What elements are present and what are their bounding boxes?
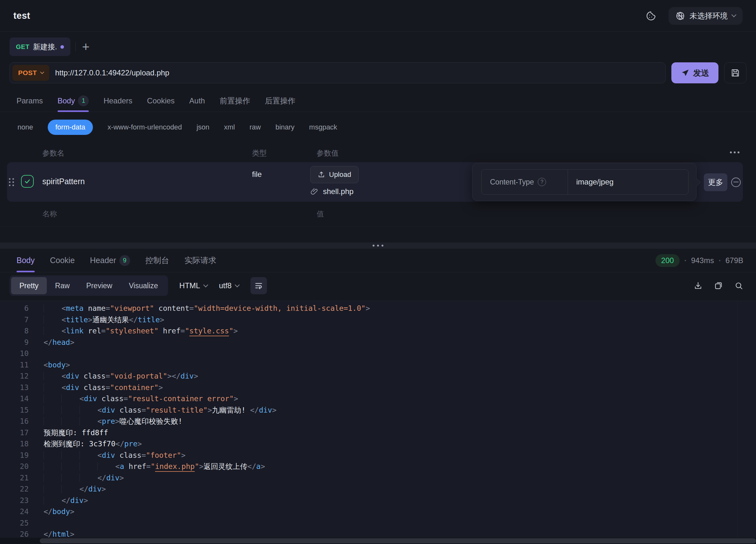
upload-label: Upload <box>329 171 351 179</box>
paper-plane-icon <box>681 69 689 77</box>
code-line: 13 <div class="container"> <box>0 382 756 394</box>
response-toolbar: Pretty Raw Preview Visualize HTML utf8 <box>10 275 743 296</box>
row-enabled-checkbox[interactable] <box>21 175 34 188</box>
header-count-badge: 9 <box>119 255 130 266</box>
code-line: 25 <box>0 518 756 529</box>
tab-console[interactable]: 控制台 <box>145 249 169 272</box>
code-line: 26</html> <box>0 529 756 538</box>
horizontal-scrollbar-thumb[interactable] <box>40 538 756 543</box>
view-mode-switch: Pretty Raw Preview Visualize <box>10 275 168 296</box>
code-line: 16 <pre>噬心魔印校验失败! <box>0 416 756 427</box>
chevron-down-icon <box>40 70 44 74</box>
send-button[interactable]: 发送 <box>671 62 718 83</box>
content-type-input[interactable]: image/jpeg <box>568 170 688 194</box>
page-title: test <box>13 10 30 21</box>
param-name-input[interactable]: 名称 <box>42 209 57 219</box>
code-line: 24</body> <box>0 506 756 518</box>
tab-response-body[interactable]: Body <box>17 249 35 272</box>
table-empty-row: 名称 值 <box>0 205 756 223</box>
environment-selector[interactable]: 未选择环境 <box>669 7 743 25</box>
drag-handle-icon[interactable] <box>9 178 14 186</box>
response-duration: 943ms <box>691 256 714 265</box>
code-line: 19 <div class="footer"> <box>0 450 756 461</box>
tab-headers[interactable]: Headers <box>103 90 132 112</box>
top-bar: test 未选择环境 <box>0 0 756 32</box>
code-line: 14 <div class="result-container error"> <box>0 393 756 405</box>
add-tab-button[interactable]: + <box>82 40 89 53</box>
word-wrap-icon <box>254 281 263 290</box>
tab-response-header[interactable]: Header 9 <box>90 249 130 272</box>
code-line: 11<body> <box>0 359 756 371</box>
request-tab-strip: GET 新建接. + <box>0 32 756 61</box>
code-line: 6 <meta name="viewport" content="width=d… <box>0 303 756 314</box>
code-line: 10 <box>0 348 756 359</box>
request-tab[interactable]: GET 新建接. <box>10 38 70 56</box>
attached-file[interactable]: shell.php <box>310 187 353 196</box>
view-mode-pretty[interactable]: Pretty <box>11 277 47 294</box>
code-lines: 6 <meta name="viewport" content="width=d… <box>0 303 756 538</box>
paperclip-icon <box>310 187 319 196</box>
code-line: 8 <link rel="stylesheet" href="style.css… <box>0 325 756 337</box>
panel-resize-handle[interactable] <box>0 242 756 249</box>
search-icon[interactable] <box>734 281 743 290</box>
copy-icon[interactable] <box>714 281 723 290</box>
environment-label: 未选择环境 <box>689 11 728 21</box>
save-button[interactable] <box>724 62 746 83</box>
chevron-down-icon <box>235 282 240 287</box>
tab-post-actions[interactable]: 后置操作 <box>265 90 295 112</box>
request-tab-method: GET <box>16 43 30 51</box>
code-line: 15 <div class="result-title">九幽雷劫! </div… <box>0 405 756 416</box>
body-count-badge: 1 <box>78 95 89 106</box>
cookie-icon[interactable] <box>646 10 656 21</box>
param-type-value[interactable]: file <box>252 170 262 179</box>
tab-pre-actions[interactable]: 前置操作 <box>220 90 250 112</box>
globe-off-icon <box>675 11 685 21</box>
view-mode-raw[interactable]: Raw <box>47 277 78 294</box>
method-dropdown[interactable]: POST <box>12 65 49 81</box>
column-param-value: 参数值 <box>317 148 339 158</box>
table-more-icon[interactable] <box>730 151 739 153</box>
tab-actual-request[interactable]: 实际请求 <box>185 249 216 272</box>
params-table-header: 参数名 类型 参数值 <box>0 146 756 161</box>
tab-body[interactable]: Body 1 <box>58 90 89 112</box>
word-wrap-button[interactable] <box>250 277 267 294</box>
body-type-urlencoded[interactable]: x-www-form-urlencoded <box>108 123 182 131</box>
body-type-selector: none form-data x-www-form-urlencoded jso… <box>0 117 756 137</box>
upload-icon <box>318 171 325 178</box>
code-line: 18检测到魔印: 3c3f70</pre> <box>0 438 756 450</box>
tab-auth[interactable]: Auth <box>189 90 205 112</box>
help-icon[interactable]: ? <box>538 178 546 186</box>
view-mode-preview[interactable]: Preview <box>78 277 121 294</box>
view-mode-visualize[interactable]: Visualize <box>121 277 166 294</box>
status-badge: 200 <box>655 254 680 267</box>
meta-separator <box>719 260 720 261</box>
body-type-raw[interactable]: raw <box>249 123 261 131</box>
body-type-form-data[interactable]: form-data <box>48 120 93 135</box>
body-type-binary[interactable]: binary <box>276 123 295 131</box>
unsaved-dot-icon <box>60 45 64 49</box>
remove-row-icon[interactable] <box>731 178 741 187</box>
download-icon[interactable] <box>694 281 703 290</box>
tab-response-cookie[interactable]: Cookie <box>50 249 75 272</box>
url-input[interactable]: http://127.0.0.1:49422/upload.php <box>55 68 169 77</box>
tab-params[interactable]: Params <box>17 90 43 112</box>
response-size: 679B <box>725 256 743 265</box>
upload-button[interactable]: Upload <box>310 166 359 183</box>
body-type-none[interactable]: none <box>17 123 33 131</box>
language-dropdown[interactable]: HTML <box>179 281 207 290</box>
response-meta: 200 943ms 679B <box>655 249 743 272</box>
tab-cookies[interactable]: Cookies <box>147 90 175 112</box>
code-line: 23 </div> <box>0 495 756 506</box>
response-body-code[interactable]: 6 <meta name="viewport" content="width=d… <box>0 301 756 538</box>
body-type-json[interactable]: json <box>197 123 209 131</box>
topbar-actions: 未选择环境 <box>646 7 743 25</box>
tab-separator <box>75 42 76 52</box>
encoding-dropdown[interactable]: utf8 <box>219 281 239 290</box>
row-more-button[interactable]: 更多 <box>704 173 727 191</box>
body-type-msgpack[interactable]: msgpack <box>309 123 337 131</box>
param-name-value[interactable]: spiritPattern <box>42 177 85 186</box>
scrollbar-track-border <box>737 301 738 538</box>
body-type-xml[interactable]: xml <box>224 123 235 131</box>
column-param-name: 参数名 <box>42 148 64 158</box>
param-value-input[interactable]: 值 <box>317 209 324 219</box>
